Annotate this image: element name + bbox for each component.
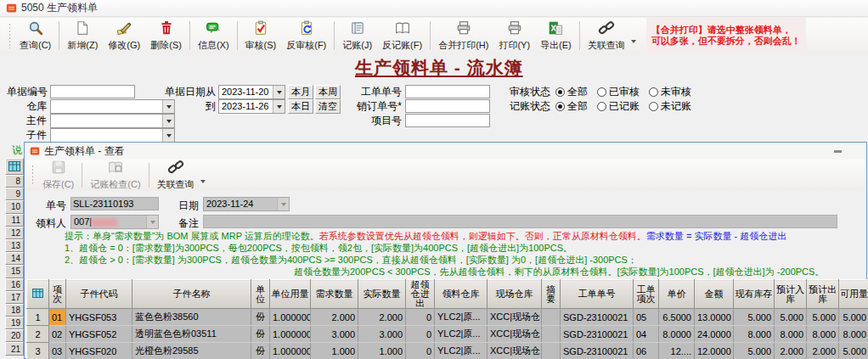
merge-print-button[interactable]: 合并打印(H) — [433, 18, 493, 53]
cell-required-qty[interactable]: 1.000 — [311, 343, 358, 359]
cell-unit-usage[interactable]: 1.000000 — [270, 326, 311, 343]
row-number[interactable]: 16 — [5, 278, 24, 291]
row-number[interactable]: 20 — [5, 329, 24, 342]
radio-book-booked[interactable]: 已记账 — [597, 99, 640, 114]
cell-over-io[interactable]: 0 — [406, 326, 435, 343]
cell-actual-qty[interactable]: 1.000 — [358, 343, 406, 359]
column-header[interactable]: 单位 — [251, 280, 270, 309]
cell-seq[interactable]: 01 — [49, 309, 66, 326]
info-button[interactable]: 信息(X) — [193, 18, 234, 53]
column-header[interactable]: 预计入库 — [775, 280, 807, 309]
dropdown-arrow-icon[interactable] — [273, 100, 285, 113]
radio-audit-unaudited[interactable]: 未审核 — [649, 85, 691, 99]
unaudit-button[interactable]: 反审核(F) — [281, 18, 331, 53]
unbook-button[interactable]: 反记账(F) — [377, 18, 427, 53]
radio-audit-audited[interactable]: 已审核 — [597, 85, 640, 99]
column-header[interactable]: 现场仓库 — [488, 280, 542, 309]
audit-button[interactable]: 审核(S) — [240, 18, 282, 53]
dropdown-arrow-icon[interactable] — [162, 129, 174, 142]
cell-seq[interactable]: 02 — [49, 326, 66, 343]
row-number[interactable]: 2 — [27, 326, 49, 343]
cell-unit-price[interactable]: 6.5000 — [659, 309, 695, 326]
row-number[interactable]: 17 — [5, 291, 24, 304]
picker-select[interactable]: 007| — [70, 215, 159, 229]
cell-unit[interactable]: 份 — [251, 326, 270, 343]
cell-expected-out[interactable]: 5.000 — [807, 309, 839, 326]
row-number[interactable]: 8 — [5, 175, 24, 188]
cell-over-io[interactable]: 0 — [406, 309, 435, 326]
column-header[interactable]: 单价 — [659, 280, 695, 309]
query-button[interactable]: 查询(C) — [14, 18, 56, 53]
cell-on-hand[interactable]: 5.000 — [734, 309, 775, 326]
date-from-select[interactable]: 2023-11-20 — [218, 85, 285, 99]
cell-unit-price[interactable]: 12.... — [659, 343, 695, 359]
delete-button[interactable]: 删除(S) — [145, 18, 187, 53]
cell-part-code[interactable]: YHGSF052 — [66, 326, 132, 343]
cell-work-order[interactable]: SGD-23100021 — [561, 343, 634, 359]
cell-available[interactable]: 8.000 — [839, 326, 868, 343]
cell-part-name[interactable]: 光橙色粉29585 — [132, 343, 251, 359]
cell-actual-qty[interactable]: 3.000 — [358, 326, 406, 343]
cell-work-order-seq[interactable]: 05 — [634, 309, 659, 326]
cell-work-order[interactable]: SGD-23100021 — [561, 309, 634, 326]
column-header[interactable]: 领料仓库 — [435, 280, 488, 309]
column-header[interactable]: 现有库存 — [734, 280, 775, 309]
row-number[interactable]: 1 — [27, 309, 49, 326]
row-number[interactable]: 3 — [27, 343, 49, 359]
cell-pick-warehouse[interactable]: YLC2|原... — [435, 326, 488, 343]
row-number[interactable]: 10 — [5, 200, 24, 213]
cell-expected-out[interactable]: 2.000 — [807, 343, 839, 359]
select-all-cell[interactable] — [27, 280, 49, 309]
cell-required-qty[interactable]: 3.000 — [311, 326, 358, 343]
cell-work-order-seq[interactable]: 06 — [634, 343, 659, 359]
column-header[interactable]: 单位用量 — [270, 280, 311, 309]
work-order-input[interactable] — [405, 85, 490, 98]
this-week-button[interactable]: 本周 — [315, 85, 341, 99]
sub-part-select[interactable] — [50, 128, 175, 143]
export-button[interactable]: 导出(E) — [535, 18, 577, 53]
cell-over-io[interactable]: 0 — [406, 343, 435, 359]
main-part-select[interactable] — [50, 114, 175, 128]
cell-summary[interactable] — [542, 343, 561, 359]
cell-expected-out[interactable]: 8.000 — [807, 326, 839, 343]
cell-unit-usage[interactable]: 1.000000 — [270, 309, 311, 326]
cell-work-order-seq[interactable]: 04 — [634, 326, 659, 343]
cell-site-warehouse[interactable]: XCC|现场仓 — [488, 326, 542, 343]
new-button[interactable]: 新增(Z) — [62, 18, 103, 53]
column-header[interactable]: 金额 — [695, 280, 734, 309]
print-button[interactable]: 打印(Y) — [493, 18, 535, 53]
chevron-down-icon[interactable] — [200, 180, 206, 183]
cell-expected-in[interactable]: 2.000 — [775, 343, 807, 359]
sales-order-input[interactable] — [405, 99, 490, 113]
book-button[interactable]: 记账(J) — [337, 18, 377, 53]
column-header[interactable]: 摘要 — [542, 280, 561, 309]
select-all-cell[interactable] — [5, 158, 24, 175]
row-number[interactable]: 18 — [5, 304, 24, 317]
dropdown-arrow-icon[interactable] — [273, 86, 285, 98]
cell-seq[interactable]: 03 — [49, 343, 66, 359]
row-number[interactable]: 14 — [5, 252, 24, 265]
cell-part-name[interactable]: 蓝色色粉38560 — [132, 309, 251, 326]
radio-audit-all[interactable]: 全部 — [555, 85, 588, 99]
chevron-down-icon[interactable] — [631, 40, 636, 43]
cell-required-qty[interactable]: 2.000 — [311, 309, 358, 326]
link-query-button[interactable]: 关联查询 — [583, 18, 630, 53]
column-header[interactable]: 工单单号 — [561, 280, 634, 309]
warehouse-select[interactable] — [50, 99, 175, 114]
row-number[interactable]: 15 — [5, 265, 24, 278]
cell-pick-warehouse[interactable]: YLC2|原... — [435, 343, 488, 359]
column-header[interactable]: 子件代码 — [66, 280, 132, 309]
book-check-button[interactable]: 记账检查(C) — [85, 160, 145, 191]
column-header[interactable]: 需求数量 — [311, 280, 358, 309]
cell-on-hand[interactable]: 5.000 — [734, 343, 775, 359]
cell-amount[interactable]: 12.0000 — [695, 343, 734, 359]
cell-on-hand[interactable]: 8.000 — [734, 326, 775, 343]
row-number[interactable]: 13 — [5, 239, 24, 252]
row-number[interactable]: 9 — [5, 188, 24, 200]
minimize-button[interactable] — [834, 150, 842, 153]
doc-no-input[interactable] — [50, 85, 135, 98]
cell-expected-in[interactable]: 5.000 — [775, 309, 807, 326]
cell-unit-usage[interactable]: 1.000000 — [270, 343, 311, 359]
radio-book-unbooked[interactable]: 未记账 — [649, 99, 691, 114]
cell-part-name[interactable]: 透明蓝色色粉03511 — [132, 326, 251, 343]
